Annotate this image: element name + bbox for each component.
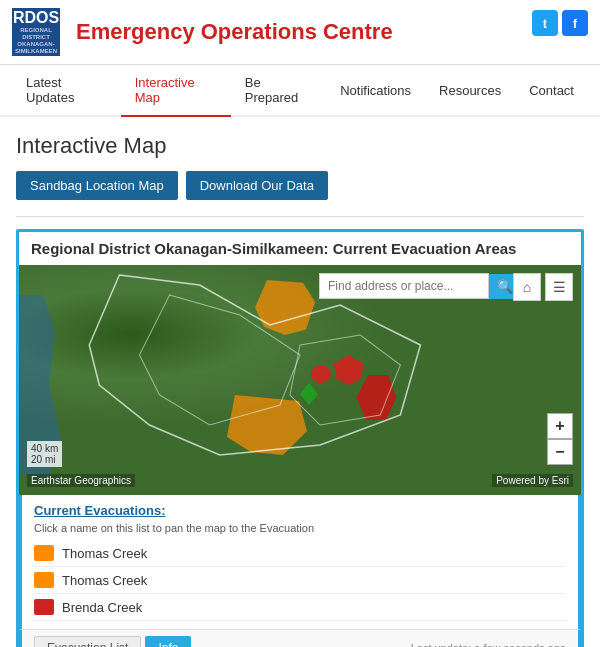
download-data-button[interactable]: Download Our Data	[186, 171, 328, 200]
nav-be-prepared[interactable]: Be Prepared	[231, 65, 326, 115]
map-controls-right: ⌂ ☰	[513, 273, 573, 301]
attribution-right: Powered by Esri	[492, 474, 573, 487]
zone-icon-orange	[34, 572, 54, 588]
evacuation-tabs: Evacuation List Info	[34, 636, 191, 647]
evac-item-name: Thomas Creek	[62, 546, 147, 561]
map-background: 🔍 ⌂ ☰ 40 km 20 mi + − Earths	[19, 265, 581, 495]
evacuation-panel: Current Evacuations: Click a name on thi…	[19, 495, 581, 629]
map-search-input[interactable]	[319, 273, 489, 299]
zone-icon-orange	[34, 545, 54, 561]
evacuation-title: Current Evacuations:	[34, 503, 566, 518]
site-header: RDOS REGIONAL DISTRICTOKANAGAN-SIMILKAME…	[0, 0, 600, 65]
scale-km: 40 km	[31, 443, 58, 454]
boundary-svg	[19, 265, 581, 495]
map-container: Regional District Okanagan-Similkameen: …	[16, 229, 584, 647]
site-title: Emergency Operations Centre	[76, 19, 393, 45]
zone-icon-red	[34, 599, 54, 615]
zoom-in-button[interactable]: +	[547, 413, 573, 439]
logo-sub: REGIONAL DISTRICTOKANAGAN-SIMILKAMEEN	[12, 27, 60, 56]
list-item[interactable]: Thomas Creek	[34, 567, 566, 594]
map-zoom-controls: + −	[547, 413, 573, 465]
facebook-button[interactable]: f	[562, 10, 588, 36]
main-nav: Latest Updates Interactive Map Be Prepar…	[0, 65, 600, 117]
evacuation-footer: Evacuation List Info Last update: a few …	[19, 629, 581, 647]
scale-mi: 20 mi	[31, 454, 58, 465]
evacuation-list: Thomas Creek Thomas Creek Brenda Creek	[34, 540, 566, 621]
nav-contact[interactable]: Contact	[515, 73, 588, 108]
evac-item-name: Brenda Creek	[62, 600, 142, 615]
nav-notifications[interactable]: Notifications	[326, 73, 425, 108]
divider	[16, 216, 584, 217]
tab-info[interactable]: Info	[145, 636, 191, 647]
nav-interactive-map[interactable]: Interactive Map	[121, 65, 231, 117]
map-title: Regional District Okanagan-Similkameen: …	[19, 232, 581, 265]
evacuation-timestamp: Last update: a few seconds ago	[411, 642, 566, 647]
evac-item-name: Thomas Creek	[62, 573, 147, 588]
map-layers-button[interactable]: ☰	[545, 273, 573, 301]
map-search[interactable]: 🔍	[319, 273, 521, 299]
nav-resources[interactable]: Resources	[425, 73, 515, 108]
list-item[interactable]: Brenda Creek	[34, 594, 566, 621]
list-item[interactable]: Thomas Creek	[34, 540, 566, 567]
nav-latest-updates[interactable]: Latest Updates	[12, 65, 121, 115]
twitter-button[interactable]: t	[532, 10, 558, 36]
page-title: Interactive Map	[16, 133, 584, 159]
evacuation-hint: Click a name on this list to pan the map…	[34, 522, 566, 534]
logo-area: RDOS REGIONAL DISTRICTOKANAGAN-SIMILKAME…	[12, 8, 60, 56]
logo-box: RDOS REGIONAL DISTRICTOKANAGAN-SIMILKAME…	[12, 8, 60, 56]
header-social-icons: t f	[532, 10, 588, 36]
zoom-out-button[interactable]: −	[547, 439, 573, 465]
map-home-button[interactable]: ⌂	[513, 273, 541, 301]
map-area[interactable]: 🔍 ⌂ ☰ 40 km 20 mi + − Earths	[19, 265, 581, 495]
logo-rdos: RDOS	[13, 9, 59, 27]
map-scale: 40 km 20 mi	[27, 441, 62, 467]
sandbag-map-button[interactable]: Sandbag Location Map	[16, 171, 178, 200]
tab-evacuation-list[interactable]: Evacuation List	[34, 636, 141, 647]
page-content: Interactive Map Sandbag Location Map Dow…	[0, 117, 600, 647]
action-buttons: Sandbag Location Map Download Our Data	[16, 171, 584, 200]
attribution-left: Earthstar Geographics	[27, 474, 135, 487]
